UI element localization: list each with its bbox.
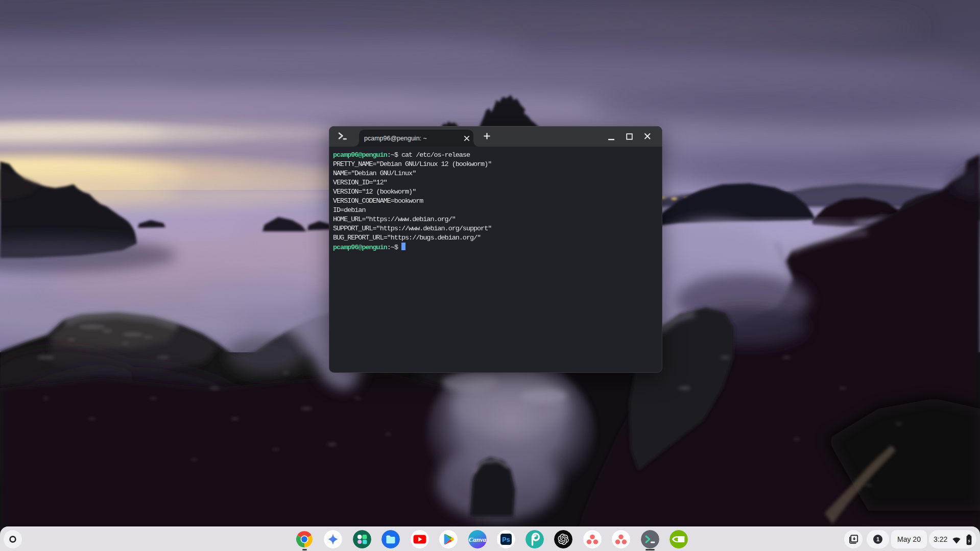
svg-text:Ps: Ps <box>502 536 510 543</box>
svg-text:Canva: Canva <box>469 536 487 543</box>
